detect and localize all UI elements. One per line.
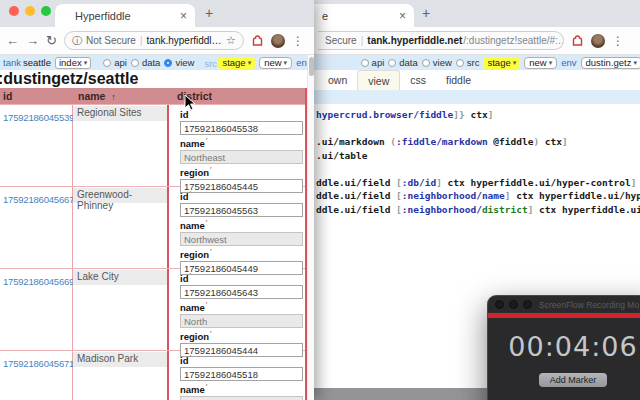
code-line: hypercrud.browser/fiddle]} ctx] — [316, 108, 640, 122]
row-id-link[interactable]: 17592186045539 — [3, 112, 74, 123]
code-editor[interactable]: hypercrud.browser/fiddle]} ctx] .ui/mark… — [314, 104, 640, 216]
url-input[interactable]: ⓘ Not Secure | tank.hyperfiddl… ☆ — [64, 31, 244, 50]
add-marker-button[interactable]: Add Marker — [539, 373, 607, 387]
district-id-input[interactable] — [180, 285, 303, 299]
reload-button[interactable]: ↻ — [46, 33, 57, 48]
tank-link[interactable]: tank — [3, 57, 21, 68]
src-radio[interactable] — [456, 59, 464, 67]
data-radio-label[interactable]: data — [399, 57, 418, 68]
district-name-input[interactable] — [180, 314, 303, 328]
row-name-value: Regional Sites — [73, 106, 167, 121]
editor-header-band — [314, 90, 640, 104]
district-field-label-id: id — [180, 272, 303, 284]
url-input[interactable]: Secure | tank.hyperfiddle.net /:dustinge… — [318, 31, 564, 50]
cell-id: 17592186045671 — [0, 351, 73, 400]
api-radio[interactable] — [361, 59, 369, 67]
close-window-button[interactable] — [9, 6, 19, 16]
new-tab-button[interactable]: + — [422, 6, 430, 20]
info-icon[interactable]: ⓘ — [72, 34, 82, 48]
browser-tab[interactable]: Hyperfiddle × — [55, 4, 195, 27]
code-line: ddle.ui/field [:db/id] ctx hyperfiddle.u… — [316, 176, 640, 190]
zoom-window-button[interactable] — [41, 6, 51, 16]
env-link[interactable]: env — [561, 57, 576, 68]
tab-close-icon[interactable]: × — [393, 9, 406, 23]
code-line — [316, 122, 640, 136]
column-header-name[interactable]: name↑ — [74, 88, 172, 104]
browser-menu-icon[interactable]: ⋮ — [292, 34, 304, 48]
extension-icon[interactable] — [571, 34, 584, 47]
stage-dropdown[interactable]: stage▾ — [218, 57, 255, 69]
new-dropdown[interactable]: new▾ — [524, 57, 557, 69]
src-radio-label[interactable]: src — [467, 57, 480, 68]
forward-button[interactable]: → — [26, 33, 39, 48]
new-tab-button[interactable]: + — [205, 6, 213, 20]
table-header-row: id name↑ district — [0, 88, 305, 104]
code-line: .ui/markdown (:fiddle/markdown @fiddle) … — [316, 135, 640, 149]
district-id-input[interactable] — [180, 367, 303, 381]
back-button[interactable]: ← — [6, 33, 19, 48]
new-dropdown[interactable]: new▾ — [259, 57, 292, 69]
cell-id: 17592186045667 — [0, 187, 73, 268]
screenflow-recording-monitor: ScreenFlow Recording Mo… 00:04:06 Add Ma… — [487, 295, 640, 400]
district-id-input[interactable] — [180, 203, 303, 217]
chevron-down-icon: ▾ — [284, 59, 288, 67]
row-id-link[interactable]: 17592186045667 — [3, 194, 74, 205]
mouse-cursor — [184, 94, 196, 116]
table-row: 17592186045539Regional Sitesidnameregion — [0, 104, 305, 186]
chevron-down-icon: ▾ — [633, 59, 637, 67]
api-radio-label[interactable]: api — [372, 57, 385, 68]
bookmark-star-icon[interactable]: ☆ — [226, 34, 236, 47]
sort-asc-icon: ↑ — [111, 92, 116, 102]
editor-tab-css[interactable]: css — [400, 70, 436, 90]
editor-tab-own[interactable]: own — [318, 70, 357, 90]
api-radio-label[interactable]: api — [114, 57, 127, 68]
minimize-window-button[interactable] — [25, 6, 35, 16]
view-radio[interactable] — [422, 59, 430, 67]
cell-name: Regional Sites — [73, 105, 169, 186]
stage-dropdown[interactable]: stage▾ — [483, 57, 520, 69]
widget-zoom-button[interactable] — [523, 300, 532, 309]
district-name-input[interactable] — [180, 232, 303, 246]
data-radio[interactable] — [131, 59, 139, 67]
widget-close-button[interactable] — [495, 300, 504, 309]
district-field-label-name: name — [180, 137, 303, 149]
row-id-link[interactable]: 17592186045671 — [3, 358, 74, 369]
index-select[interactable]: index▾ — [55, 57, 91, 69]
scrollbar-thumb[interactable] — [309, 57, 314, 76]
profile-avatar[interactable] — [271, 34, 285, 48]
cell-name: Lake City — [73, 269, 169, 350]
district-id-input[interactable] — [180, 121, 303, 135]
row-name-value: Greenwood-Phinney — [73, 188, 167, 203]
district-field-label-name: name — [180, 301, 303, 313]
data-radio[interactable] — [388, 59, 396, 67]
api-radio[interactable] — [103, 59, 111, 67]
view-radio-label[interactable]: view — [175, 57, 194, 68]
district-name-input[interactable] — [180, 396, 303, 400]
profile-avatar[interactable] — [591, 34, 605, 48]
data-radio-label[interactable]: data — [142, 57, 161, 68]
column-header-id[interactable]: id — [0, 88, 74, 104]
cell-district-form: idnameregion — [169, 105, 305, 186]
hyperfiddle-toolbar: tank seattle index▾ api data view src st… — [0, 55, 314, 70]
src-link[interactable]: src — [204, 58, 214, 68]
extension-icon[interactable] — [251, 34, 264, 47]
tab-title: Hyperfiddle — [63, 10, 174, 22]
browser-menu-icon[interactable]: ⋮ — [612, 34, 624, 48]
view-radio[interactable] — [164, 59, 172, 67]
district-name-input[interactable] — [180, 150, 303, 164]
editor-tab-fiddle[interactable]: fiddle — [436, 70, 481, 90]
user-dropdown[interactable]: dustin.getz▾ — [581, 57, 640, 69]
widget-minimize-button[interactable] — [509, 300, 518, 309]
tab-close-icon[interactable]: × — [174, 9, 187, 23]
security-label: Not Secure — [86, 35, 136, 46]
row-name-value: Madison Park — [73, 352, 167, 367]
browser-tab[interactable]: e × — [314, 4, 414, 27]
code-line: ddle.ui/field [:neighborhood/name] ctx h… — [316, 189, 640, 203]
chevron-down-icon: ▾ — [248, 59, 252, 67]
page-title: :dustingetz/seattle — [0, 70, 314, 88]
view-radio-label[interactable]: view — [433, 57, 452, 68]
row-id-link[interactable]: 17592186045669 — [3, 276, 74, 287]
district-field-label-region: region — [180, 248, 303, 260]
editor-tab-view[interactable]: view — [357, 70, 400, 90]
page-scrollbar[interactable] — [307, 55, 314, 400]
